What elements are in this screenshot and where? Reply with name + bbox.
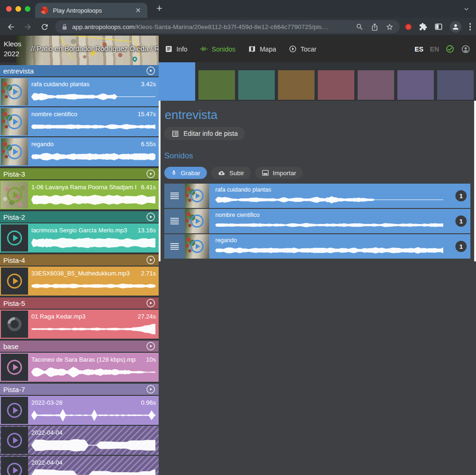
play-icon (7, 114, 22, 129)
tab-mapa[interactable]: Mapa (248, 45, 276, 53)
drag-handle[interactable] (164, 209, 185, 233)
fullscreen-window-icon[interactable] (25, 6, 30, 12)
clip-thumbnail[interactable] (1, 108, 28, 135)
browser-toolbar: app.antropoloops.com/Kleos-Santa-Marina/… (0, 18, 476, 36)
tab-search-icon[interactable] (463, 6, 469, 12)
side-panel-icon[interactable] (434, 22, 443, 31)
track-play-button[interactable] (146, 298, 155, 308)
track-name-label: Pista-5 (3, 299, 146, 307)
import-sound-button[interactable]: Importar (255, 167, 303, 179)
menu-icon[interactable] (469, 22, 472, 31)
audio-clip-row[interactable]: 33ESX6038_B5_Muthedukkum.mp3 2.71s (0, 267, 159, 296)
sound-name: regando (215, 237, 442, 244)
record-icon[interactable] (405, 23, 412, 30)
sound-waveform (215, 245, 443, 256)
sound-thumbnail[interactable] (185, 209, 209, 233)
sidebar-track-header[interactable]: Pista-7 (0, 384, 159, 395)
audio-clip-row[interactable]: 1-06 Lavanya Rama Poorna Shadjam Rupak… … (0, 180, 159, 209)
clip-thumbnail[interactable] (1, 311, 28, 338)
sidebar-track-header[interactable]: entrevista (0, 65, 159, 76)
browser-tab[interactable]: Play Antropoloops ✕ (35, 3, 147, 18)
reload-icon[interactable] (40, 22, 49, 31)
edit-track-info-button[interactable]: Editar info de pista (164, 127, 245, 140)
back-icon[interactable] (7, 22, 15, 31)
sound-thumbnail[interactable] (185, 184, 209, 208)
share-icon[interactable] (371, 23, 379, 31)
drag-handle[interactable] (164, 184, 185, 208)
track-color-tab[interactable] (358, 70, 394, 100)
profile-icon[interactable] (450, 21, 461, 33)
sound-thumbnail[interactable] (185, 234, 209, 259)
account-icon[interactable] (461, 45, 470, 54)
track-color-tab[interactable] (397, 70, 434, 100)
audio-clip-row[interactable]: rafa cuidando plantas 3.42s (0, 77, 159, 106)
sidebar-track-header[interactable]: Pista-3 (0, 168, 159, 179)
saved-check-icon[interactable] (446, 45, 454, 53)
upload-sound-button[interactable]: Subir (211, 167, 251, 179)
sound-row[interactable]: rafa cuidando plantas 1 (164, 184, 470, 208)
track-color-tab[interactable] (278, 70, 315, 100)
clip-thumbnail[interactable] (1, 354, 28, 381)
tab-title: Play Antropoloops (53, 7, 134, 14)
clip-thumbnail[interactable] (1, 267, 28, 295)
clip-name: nombre cientifico (31, 111, 136, 118)
track-color-tab[interactable] (437, 70, 474, 100)
sidebar-track-header[interactable]: Pista-2 (0, 211, 159, 223)
audio-clip-row[interactable]: Taconeo de Sara Baras (128 kbps).mp3 10s (0, 353, 159, 382)
clip-thumbnail[interactable] (1, 138, 28, 165)
track-play-button[interactable] (146, 66, 155, 75)
sidebar-track-header[interactable]: Pista-5 (0, 297, 159, 309)
tab-tocar[interactable]: Tocar (289, 45, 316, 53)
clip-thumbnail[interactable] (1, 427, 28, 454)
audio-clip-row[interactable]: 2022-04-04 (0, 456, 159, 475)
drag-handle-icon (170, 218, 179, 224)
extensions-icon[interactable] (419, 22, 427, 31)
track-play-button[interactable] (146, 341, 155, 351)
track-color-tab[interactable] (238, 70, 275, 100)
clip-thumbnail[interactable] (1, 457, 28, 475)
close-window-icon[interactable] (6, 6, 12, 12)
tab-sonidos[interactable]: Sonidos (200, 45, 235, 53)
sound-row[interactable]: regando 1 (164, 234, 470, 259)
track-play-button[interactable] (146, 385, 155, 394)
track-color-tab[interactable] (318, 70, 354, 100)
clip-thumbnail[interactable] (1, 78, 28, 105)
star-icon[interactable] (386, 23, 394, 31)
new-tab-icon[interactable]: + (156, 2, 162, 15)
zoom-icon[interactable] (356, 23, 364, 31)
clip-thumbnail[interactable] (1, 224, 28, 252)
record-sound-button[interactable]: Grabar (164, 167, 207, 179)
lang-en-button[interactable]: EN (430, 45, 439, 53)
clip-thumbnail[interactable] (1, 181, 28, 208)
lang-es-button[interactable]: ES (415, 45, 424, 53)
audio-clip-row[interactable]: 2022-03-28 0.96s (0, 396, 159, 425)
app-logo[interactable]: Kleos 2022 (4, 39, 22, 59)
sound-row[interactable]: nombre cientifico 1 (164, 209, 470, 233)
minimize-window-icon[interactable] (15, 6, 21, 12)
sidebar-scrollbar[interactable] (159, 101, 161, 261)
audio-clip-row[interactable]: 2022-04-04 (0, 426, 159, 455)
window-controls[interactable] (6, 6, 30, 12)
forward-icon[interactable] (23, 22, 32, 31)
track-color-tab[interactable] (159, 62, 195, 101)
track-play-button[interactable] (146, 212, 155, 222)
tab-info[interactable]: Info (165, 45, 187, 53)
drag-handle[interactable] (164, 234, 185, 259)
audio-clip-row[interactable]: 01 Raga Kedar.mp3 27.24s (0, 310, 159, 339)
main-scrollbar[interactable] (474, 101, 476, 261)
clip-duration: 10s (146, 356, 156, 363)
sidebar-track-section: base Taconeo de Sara Baras (128 kbps).mp… (0, 341, 159, 382)
sidebar-track-header[interactable]: base (0, 341, 159, 352)
track-play-button[interactable] (146, 255, 155, 265)
sidebar-track-header[interactable]: Pista-4 (0, 254, 159, 266)
audio-clip-row[interactable]: lacrimosa Sergio García Merlo.mp3 13.16s (0, 223, 159, 252)
url-bar[interactable]: app.antropoloops.com/Kleos-Santa-Marina/… (55, 20, 400, 33)
close-tab-icon[interactable]: ✕ (134, 7, 142, 14)
clip-thumbnail[interactable] (1, 397, 28, 424)
clip-duration: 27.24s (138, 313, 156, 320)
audio-clip-row[interactable]: regando 6.55s (0, 137, 159, 166)
track-play-button[interactable] (146, 169, 155, 178)
track-color-tab[interactable] (198, 70, 235, 100)
clip-name: rafa cuidando plantas (31, 81, 136, 88)
audio-clip-row[interactable]: nombre cientifico 15.47s (0, 107, 159, 136)
